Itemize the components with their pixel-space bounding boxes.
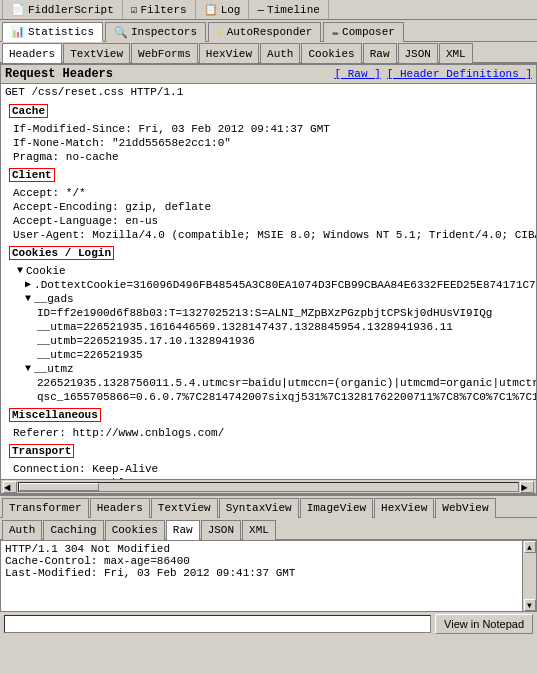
tab2-auth[interactable]: Auth xyxy=(260,43,300,63)
log-icon: 📋 xyxy=(204,3,218,16)
tab-autoresponder[interactable]: ⚡ AutoResponder xyxy=(208,22,321,42)
menu-filters-label: Filters xyxy=(140,4,186,16)
expand-dottext-icon[interactable]: ▶ xyxy=(25,278,31,292)
tab3-textview[interactable]: TextView xyxy=(151,498,218,518)
tab4-cookies[interactable]: Cookies xyxy=(105,520,165,540)
tree-utma: __utma=226521935.1616446569.1328147437.1… xyxy=(1,320,536,334)
section-transport: Transport Connection: Keep-Alive Host: c… xyxy=(1,440,536,479)
tree-gads: ▼ __gads xyxy=(1,292,536,306)
utmz-val1: 226521935.1328756011.5.4.utmcsr=baidu|ut… xyxy=(37,376,536,390)
menu-timeline[interactable]: — Timeline xyxy=(249,0,328,19)
tab2-raw[interactable]: Raw xyxy=(363,43,397,63)
misc-label: Miscellaneous xyxy=(9,408,101,422)
timeline-icon: — xyxy=(257,4,264,16)
utmc-value: __utmc=226521935 xyxy=(37,348,143,362)
tab3-headers[interactable]: Headers xyxy=(90,498,150,518)
tree-utmz-val2: qsc_1655705866=0.6.0.7%7C2814742007sixqj… xyxy=(1,390,536,404)
gads-id-value: ID=ff2e1900d6f88b03:T=1327025213:S=ALNI_… xyxy=(37,306,492,320)
tab2-headers[interactable]: Headers xyxy=(2,43,62,63)
filter-icon: ☑ xyxy=(131,3,138,16)
client-line-3: User-Agent: Mozilla/4.0 (compatible; MSI… xyxy=(1,228,536,242)
utmz-val2: qsc_1655705866=0.6.0.7%7C2814742007sixqj… xyxy=(37,390,536,404)
cookies-login-label: Cookies / Login xyxy=(9,246,114,260)
tab4-xml[interactable]: XML xyxy=(242,520,276,540)
gads-label: __gads xyxy=(34,292,74,306)
tabbar1: 📊 Statistics 🔍 Inspectors ⚡ AutoResponde… xyxy=(0,20,537,42)
bottom-line-1: Cache-Control: max-age=86400 xyxy=(5,555,518,567)
tab2-webforms[interactable]: WebForms xyxy=(131,43,198,63)
cache-line-0: If-Modified-Since: Fri, 03 Feb 2012 09:4… xyxy=(1,122,536,136)
script-icon: 📄 xyxy=(11,3,25,16)
client-line-1: Accept-Encoding: gzip, deflate xyxy=(1,200,536,214)
tab-statistics[interactable]: 📊 Statistics xyxy=(2,22,103,42)
expand-cookie-icon[interactable]: ▼ xyxy=(17,264,23,278)
menu-timeline-label: Timeline xyxy=(267,4,320,16)
horizontal-scrollbar[interactable]: ◄ ► xyxy=(1,479,536,493)
utmb-value: __utmb=226521935.17.10.1328941936 xyxy=(37,334,255,348)
tab4-raw[interactable]: Raw xyxy=(166,520,200,540)
tab4-caching[interactable]: Caching xyxy=(43,520,103,540)
scroll-track[interactable] xyxy=(18,482,519,492)
view-notepad-button[interactable]: View in Notepad xyxy=(435,614,533,634)
tab2-textview[interactable]: TextView xyxy=(63,43,130,63)
content-area[interactable]: Cache If-Modified-Since: Fri, 03 Feb 201… xyxy=(1,100,536,479)
scroll-up-btn[interactable]: ▲ xyxy=(524,541,536,553)
section-cache: Cache If-Modified-Since: Fri, 03 Feb 201… xyxy=(1,100,536,164)
lightning-icon: ⚡ xyxy=(217,26,224,39)
tree-utmc: __utmc=226521935 xyxy=(1,348,536,362)
footer: View in Notepad xyxy=(0,612,537,636)
tree-utmz: ▼ __utmz xyxy=(1,362,536,376)
tree-dottextcookie: ▶ .DottextCookie=316096D496FB48545A3C80E… xyxy=(1,278,536,292)
tab-composer[interactable]: ✏️ Composer xyxy=(323,22,403,42)
section-cookies-login: Cookies / Login ▼ Cookie ▶ .DottextCooki… xyxy=(1,242,536,404)
bottom-line-0: HTTP/1.1 304 Not Modified xyxy=(5,543,518,555)
dottextcookie-value: .DottextCookie=316096D496FB48545A3C80EA1… xyxy=(34,278,536,292)
tab-inspectors[interactable]: 🔍 Inspectors xyxy=(105,22,206,42)
tab2-json[interactable]: JSON xyxy=(398,43,438,63)
compose-icon: ✏️ xyxy=(332,26,339,39)
header-defs-link[interactable]: [ Header Definitions ] xyxy=(387,68,532,80)
expand-gads-icon[interactable]: ▼ xyxy=(25,292,31,306)
menu-filters[interactable]: ☑ Filters xyxy=(123,0,196,19)
inspect-icon: 🔍 xyxy=(114,26,128,39)
tree-utmb: __utmb=226521935.17.10.1328941936 xyxy=(1,334,536,348)
panel-header: Request Headers [ Raw ] [ Header Definit… xyxy=(1,65,536,84)
tab3-hexview[interactable]: HexView xyxy=(374,498,434,518)
client-label: Client xyxy=(9,168,55,182)
request-line: GET /css/reset.css HTTP/1.1 xyxy=(1,84,536,100)
expand-utmz-icon[interactable]: ▼ xyxy=(25,362,31,376)
tabbar3: Transformer Headers TextView SyntaxView … xyxy=(0,496,537,518)
scroll-right-btn[interactable]: ► xyxy=(520,481,534,493)
bottom-vscrollbar[interactable]: ▲ ▼ xyxy=(522,541,536,611)
client-line-0: Accept: */* xyxy=(1,186,536,200)
cache-label: Cache xyxy=(9,104,48,118)
bottom-line-2: Last-Modified: Fri, 03 Feb 2012 09:41:37… xyxy=(5,567,518,579)
tab2-cookies[interactable]: Cookies xyxy=(301,43,361,63)
tab2-hexview[interactable]: HexView xyxy=(199,43,259,63)
bottom-content: HTTP/1.1 304 Not Modified Cache-Control:… xyxy=(1,541,522,611)
menu-log[interactable]: 📋 Log xyxy=(196,0,250,19)
tab3-transformer[interactable]: Transformer xyxy=(2,498,89,518)
panel-title: Request Headers xyxy=(5,67,113,81)
utmz-label: __utmz xyxy=(34,362,74,376)
tab3-syntaxview[interactable]: SyntaxView xyxy=(219,498,299,518)
menu-fiddlerscript[interactable]: 📄 FiddlerScript xyxy=(2,0,123,19)
tree-utmz-val1: 226521935.1328756011.5.4.utmcsr=baidu|ut… xyxy=(1,376,536,390)
tab4-json[interactable]: JSON xyxy=(201,520,241,540)
scroll-left-btn[interactable]: ◄ xyxy=(3,481,17,493)
bottom-text-panel: HTTP/1.1 304 Not Modified Cache-Control:… xyxy=(0,540,537,612)
tab3-webview[interactable]: WebView xyxy=(435,498,495,518)
misc-line-0: Referer: http://www.cnblogs.com/ xyxy=(1,426,536,440)
panel-links: [ Raw ] [ Header Definitions ] xyxy=(335,68,532,80)
menu-log-label: Log xyxy=(221,4,241,16)
tree-cookie[interactable]: ▼ Cookie xyxy=(1,264,536,278)
utma-value: __utma=226521935.1616446569.1328147437.1… xyxy=(37,320,453,334)
cookie-label: Cookie xyxy=(26,264,66,278)
client-line-2: Accept-Language: en-us xyxy=(1,214,536,228)
status-bar xyxy=(4,615,431,633)
raw-link[interactable]: [ Raw ] xyxy=(335,68,381,80)
tab3-imageview[interactable]: ImageView xyxy=(300,498,373,518)
tab2-xml[interactable]: XML xyxy=(439,43,473,63)
tab4-auth[interactable]: Auth xyxy=(2,520,42,540)
scroll-down-btn[interactable]: ▼ xyxy=(524,599,536,611)
